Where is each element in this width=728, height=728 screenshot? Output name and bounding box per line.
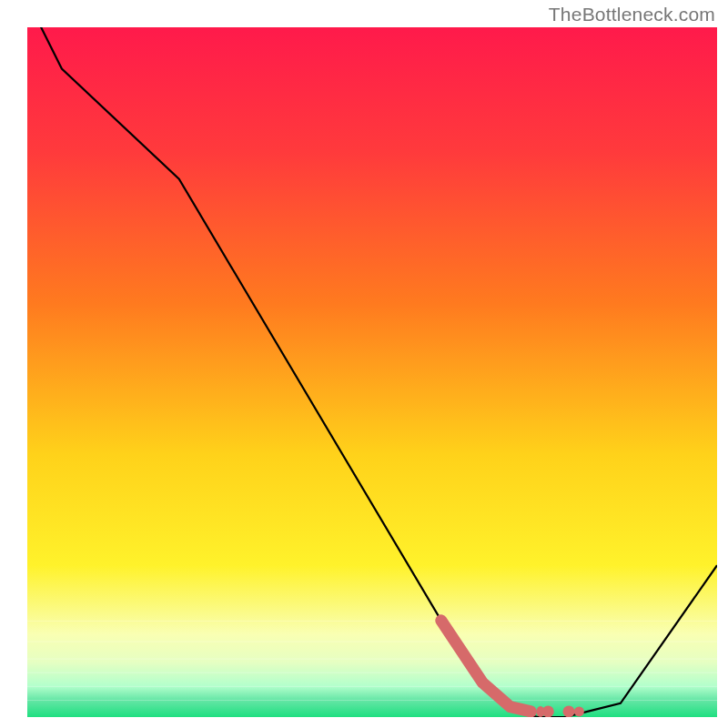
band-line [27, 672, 717, 673]
highlight-dash [536, 706, 544, 717]
watermark-text: TheBottleneck.com [549, 4, 715, 25]
chart-container: TheBottleneck.com [0, 0, 728, 728]
highlight-dot [574, 706, 584, 716]
band-line [27, 700, 717, 701]
band-line [27, 659, 717, 660]
band-line [27, 686, 717, 687]
plot-svg [27, 27, 717, 717]
band-line [27, 621, 717, 622]
plot-area [27, 27, 717, 717]
background-gradient [27, 27, 717, 717]
band-line [27, 642, 717, 642]
highlight-dot [563, 705, 575, 717]
